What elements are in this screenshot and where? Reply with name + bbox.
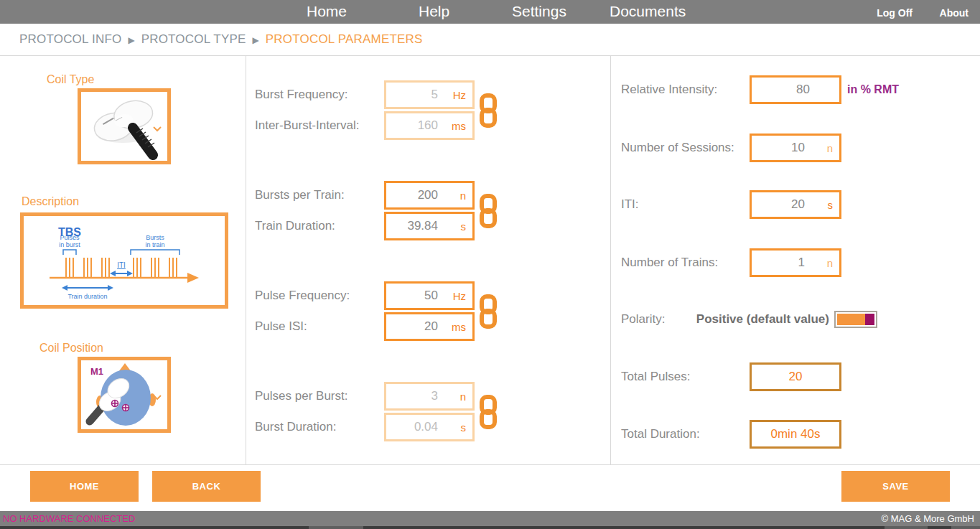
nav-help[interactable]: Help [419,0,449,24]
pulse-frequency-label: Pulse Frequency: [255,281,350,310]
relative-intensity-value: 80 [758,83,833,97]
number-of-trains-value: 1 [758,256,814,270]
nav-about[interactable]: About [940,0,969,24]
breadcrumb-protocol-info[interactable]: PROTOCOL INFO [19,32,121,47]
number-of-sessions-value: 10 [758,141,814,155]
home-button[interactable]: HOME [30,471,139,502]
number-of-trains-label: Number of Trains: [621,248,718,277]
number-of-sessions-field[interactable]: 10 n [750,134,841,162]
relative-intensity-label: Relative Intensity: [621,75,717,104]
nav-documents[interactable]: Documents [610,0,686,24]
train-duration-label: Train Duration: [255,212,335,240]
burst-duration-field[interactable]: 0.04 s [384,413,475,441]
coil-type-label: Coil Type [47,73,94,86]
iti-field[interactable]: 20 s [750,190,841,219]
number-of-trains-field[interactable]: 1 n [750,248,841,277]
right-column: Relative Intensity: 80 in % RMT Number o… [611,56,980,464]
left-column: Coil Type D [0,56,246,464]
burst-duration-value: 0.04 [393,420,447,434]
bursts-per-train-field[interactable]: 200 n [384,181,475,210]
pulse-frequency-value: 50 [393,289,447,303]
pulses-per-burst-label: Pulses per Burst: [255,382,347,411]
polarity-toggle[interactable] [834,311,877,328]
back-button[interactable]: BACK [152,471,261,502]
chain-link-icon [480,294,498,329]
pulses-per-burst-value: 3 [393,389,447,403]
breadcrumb-arrow-icon: ▶ [128,34,134,45]
svg-text:in train: in train [145,241,164,248]
middle-column: Burst Frequency: 5 Hz Inter-Burst-Interv… [246,56,611,464]
pulse-frequency-unit: Hz [447,290,466,302]
nav-settings[interactable]: Settings [512,0,566,24]
number-of-sessions-label: Number of Sessions: [621,134,734,162]
chevron-down-icon[interactable] [153,122,162,135]
breadcrumb-arrow-icon: ▶ [253,34,259,45]
chain-link-icon [480,194,498,228]
inter-burst-interval-field[interactable]: 160 ms [384,111,475,140]
burst-frequency-field[interactable]: 5 Hz [384,80,475,109]
taskbar-strip [0,526,980,529]
relative-intensity-field[interactable]: 80 [750,75,841,104]
bursts-in-train-label: Bursts [146,234,164,241]
burst-duration-label: Burst Duration: [255,413,336,441]
protocol-description-diagram: TBS Pulses in burst Bursts [20,212,228,309]
train-duration-unit: s [447,220,466,233]
train-duration-field[interactable]: 39.84 s [384,212,475,240]
pulse-frequency-field[interactable]: 50 Hz [384,281,475,310]
breadcrumb-protocol-type[interactable]: PROTOCOL TYPE [141,32,246,47]
pulses-per-burst-field[interactable]: 3 n [384,382,475,411]
relative-intensity-suffix: in % RMT [847,75,899,104]
burst-frequency-unit: Hz [447,89,466,101]
bursts-per-train-unit: n [447,189,466,202]
polarity-toggle-track [837,314,865,325]
status-bar: NO HARDWARE CONNECTED © MAG & More GmbH [0,511,980,526]
iti-unit: s [814,199,833,211]
pulse-isi-field[interactable]: 20 ms [384,312,475,341]
train-duration-value: 39.84 [393,219,447,233]
coil-type-selector[interactable] [78,88,171,164]
description-label: Description [22,195,79,208]
svg-text:in burst: in burst [59,241,80,248]
total-duration-value: 0min 40s [771,427,821,441]
breadcrumb: PROTOCOL INFO ▶ PROTOCOL TYPE ▶ PROTOCOL… [0,24,980,56]
polarity-value: Positive (default value) [696,305,829,334]
burst-duration-unit: s [447,421,466,434]
breadcrumb-protocol-parameters: PROTOCOL PARAMETERS [266,32,423,47]
pulse-isi-label: Pulse ISI: [255,312,307,341]
total-duration-field: 0min 40s [750,420,841,449]
pulses-per-burst-unit: n [447,390,466,403]
inter-burst-interval-label: Inter-Burst-Interval: [255,111,360,140]
inter-burst-interval-unit: ms [447,120,466,132]
burst-frequency-value: 5 [393,88,447,102]
total-pulses-label: Total Pulses: [621,362,690,391]
number-of-sessions-unit: n [814,142,833,154]
bursts-per-train-label: Bursts per Train: [255,181,345,210]
inter-burst-interval-value: 160 [393,118,447,133]
chevron-down-icon[interactable] [153,390,162,403]
nav-log-off[interactable]: Log Off [877,0,913,24]
tbs-diagram: TBS Pulses in burst Bursts [24,216,225,305]
total-duration-label: Total Duration: [621,420,700,449]
content-area: Coil Type D [0,56,980,465]
top-nav-bar: Home Help Settings Documents Log Off Abo… [0,0,980,24]
position-code-label: M1 [90,366,103,377]
bursts-per-train-value: 200 [393,188,447,202]
total-pulses-value: 20 [789,370,803,384]
iti-value: 20 [758,197,814,212]
chain-link-icon [480,93,498,128]
pulse-isi-unit: ms [447,321,466,333]
train-duration-label: Train duration [67,293,107,300]
save-button[interactable]: SAVE [841,471,950,502]
chain-link-icon [480,395,498,429]
polarity-toggle-knob [865,314,874,325]
copyright-text: © MAG & More GmbH [882,513,980,524]
burst-frequency-label: Burst Frequency: [255,80,347,109]
pulses-in-burst-label: Pulses [60,234,80,241]
coil-position-label: Coil Position [39,342,103,355]
nav-home[interactable]: Home [307,0,347,24]
iti-label: ITI: [621,190,639,219]
pulse-isi-value: 20 [393,319,447,334]
hardware-status-text: NO HARDWARE CONNECTED [0,513,882,524]
coil-position-selector[interactable]: M1 [78,357,171,433]
polarity-label: Polarity: [621,305,665,334]
